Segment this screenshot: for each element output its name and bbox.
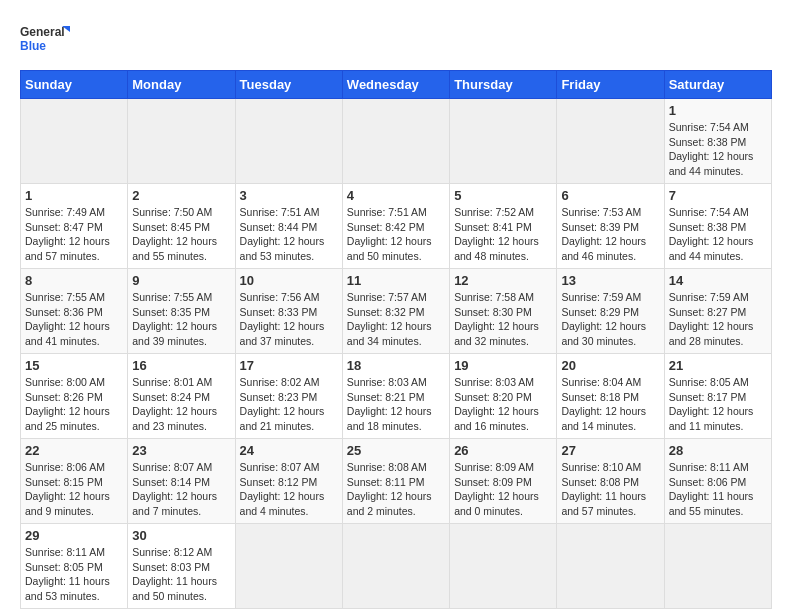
day-number: 29 — [25, 528, 123, 543]
logo: General Blue — [20, 20, 70, 60]
calendar-day-cell — [235, 524, 342, 609]
calendar-day-cell: 26Sunrise: 8:09 AMSunset: 8:09 PMDayligh… — [450, 439, 557, 524]
weekday-header: Monday — [128, 71, 235, 99]
calendar-table: SundayMondayTuesdayWednesdayThursdayFrid… — [20, 70, 772, 609]
calendar-day-cell — [450, 524, 557, 609]
day-info: Sunrise: 7:59 AMSunset: 8:27 PMDaylight:… — [669, 290, 767, 349]
day-number: 26 — [454, 443, 552, 458]
calendar-week-row: 22Sunrise: 8:06 AMSunset: 8:15 PMDayligh… — [21, 439, 772, 524]
day-info: Sunrise: 7:50 AMSunset: 8:45 PMDaylight:… — [132, 205, 230, 264]
calendar-day-cell: 29Sunrise: 8:11 AMSunset: 8:05 PMDayligh… — [21, 524, 128, 609]
day-number: 30 — [132, 528, 230, 543]
calendar-day-cell: 3Sunrise: 7:51 AMSunset: 8:44 PMDaylight… — [235, 184, 342, 269]
day-number: 25 — [347, 443, 445, 458]
calendar-day-cell — [342, 99, 449, 184]
weekday-header: Friday — [557, 71, 664, 99]
calendar-day-cell: 4Sunrise: 7:51 AMSunset: 8:42 PMDaylight… — [342, 184, 449, 269]
calendar-day-cell — [664, 524, 771, 609]
calendar-day-cell: 15Sunrise: 8:00 AMSunset: 8:26 PMDayligh… — [21, 354, 128, 439]
day-number: 9 — [132, 273, 230, 288]
day-number: 19 — [454, 358, 552, 373]
day-info: Sunrise: 7:54 AMSunset: 8:38 PMDaylight:… — [669, 120, 767, 179]
calendar-day-cell: 6Sunrise: 7:53 AMSunset: 8:39 PMDaylight… — [557, 184, 664, 269]
day-info: Sunrise: 7:59 AMSunset: 8:29 PMDaylight:… — [561, 290, 659, 349]
calendar-day-cell: 7Sunrise: 7:54 AMSunset: 8:38 PMDaylight… — [664, 184, 771, 269]
svg-text:Blue: Blue — [20, 39, 46, 53]
calendar-day-cell: 22Sunrise: 8:06 AMSunset: 8:15 PMDayligh… — [21, 439, 128, 524]
day-info: Sunrise: 8:09 AMSunset: 8:09 PMDaylight:… — [454, 460, 552, 519]
calendar-day-cell: 24Sunrise: 8:07 AMSunset: 8:12 PMDayligh… — [235, 439, 342, 524]
day-number: 4 — [347, 188, 445, 203]
calendar-week-row: 1Sunrise: 7:54 AMSunset: 8:38 PMDaylight… — [21, 99, 772, 184]
day-number: 27 — [561, 443, 659, 458]
calendar-day-cell — [128, 99, 235, 184]
calendar-day-cell: 23Sunrise: 8:07 AMSunset: 8:14 PMDayligh… — [128, 439, 235, 524]
day-number: 6 — [561, 188, 659, 203]
calendar-week-row: 8Sunrise: 7:55 AMSunset: 8:36 PMDaylight… — [21, 269, 772, 354]
calendar-day-cell — [21, 99, 128, 184]
svg-text:General: General — [20, 25, 65, 39]
day-number: 18 — [347, 358, 445, 373]
day-info: Sunrise: 8:04 AMSunset: 8:18 PMDaylight:… — [561, 375, 659, 434]
calendar-day-cell: 5Sunrise: 7:52 AMSunset: 8:41 PMDaylight… — [450, 184, 557, 269]
calendar-day-cell — [450, 99, 557, 184]
calendar-day-cell — [342, 524, 449, 609]
calendar-day-cell: 8Sunrise: 7:55 AMSunset: 8:36 PMDaylight… — [21, 269, 128, 354]
calendar-day-cell: 13Sunrise: 7:59 AMSunset: 8:29 PMDayligh… — [557, 269, 664, 354]
day-number: 1 — [669, 103, 767, 118]
day-info: Sunrise: 7:53 AMSunset: 8:39 PMDaylight:… — [561, 205, 659, 264]
day-info: Sunrise: 7:51 AMSunset: 8:44 PMDaylight:… — [240, 205, 338, 264]
calendar-day-cell: 19Sunrise: 8:03 AMSunset: 8:20 PMDayligh… — [450, 354, 557, 439]
day-info: Sunrise: 7:55 AMSunset: 8:35 PMDaylight:… — [132, 290, 230, 349]
day-info: Sunrise: 7:51 AMSunset: 8:42 PMDaylight:… — [347, 205, 445, 264]
calendar-day-cell — [557, 524, 664, 609]
calendar-header-row: SundayMondayTuesdayWednesdayThursdayFrid… — [21, 71, 772, 99]
day-number: 23 — [132, 443, 230, 458]
day-info: Sunrise: 7:57 AMSunset: 8:32 PMDaylight:… — [347, 290, 445, 349]
calendar-day-cell: 1Sunrise: 7:49 AMSunset: 8:47 PMDaylight… — [21, 184, 128, 269]
day-info: Sunrise: 8:02 AMSunset: 8:23 PMDaylight:… — [240, 375, 338, 434]
day-info: Sunrise: 7:54 AMSunset: 8:38 PMDaylight:… — [669, 205, 767, 264]
day-number: 10 — [240, 273, 338, 288]
day-info: Sunrise: 7:49 AMSunset: 8:47 PMDaylight:… — [25, 205, 123, 264]
day-info: Sunrise: 7:52 AMSunset: 8:41 PMDaylight:… — [454, 205, 552, 264]
day-number: 2 — [132, 188, 230, 203]
calendar-day-cell: 17Sunrise: 8:02 AMSunset: 8:23 PMDayligh… — [235, 354, 342, 439]
day-info: Sunrise: 8:07 AMSunset: 8:14 PMDaylight:… — [132, 460, 230, 519]
calendar-body: 1Sunrise: 7:54 AMSunset: 8:38 PMDaylight… — [21, 99, 772, 609]
weekday-header: Thursday — [450, 71, 557, 99]
calendar-day-cell: 20Sunrise: 8:04 AMSunset: 8:18 PMDayligh… — [557, 354, 664, 439]
day-info: Sunrise: 8:01 AMSunset: 8:24 PMDaylight:… — [132, 375, 230, 434]
day-info: Sunrise: 8:07 AMSunset: 8:12 PMDaylight:… — [240, 460, 338, 519]
weekday-header: Sunday — [21, 71, 128, 99]
logo-svg: General Blue — [20, 20, 70, 60]
calendar-day-cell — [557, 99, 664, 184]
day-info: Sunrise: 7:58 AMSunset: 8:30 PMDaylight:… — [454, 290, 552, 349]
calendar-day-cell: 2Sunrise: 7:50 AMSunset: 8:45 PMDaylight… — [128, 184, 235, 269]
calendar-day-cell: 14Sunrise: 7:59 AMSunset: 8:27 PMDayligh… — [664, 269, 771, 354]
calendar-week-row: 1Sunrise: 7:49 AMSunset: 8:47 PMDaylight… — [21, 184, 772, 269]
calendar-day-cell: 30Sunrise: 8:12 AMSunset: 8:03 PMDayligh… — [128, 524, 235, 609]
weekday-header: Wednesday — [342, 71, 449, 99]
calendar-day-cell: 27Sunrise: 8:10 AMSunset: 8:08 PMDayligh… — [557, 439, 664, 524]
page-header: General Blue — [20, 20, 772, 60]
day-info: Sunrise: 8:10 AMSunset: 8:08 PMDaylight:… — [561, 460, 659, 519]
day-number: 24 — [240, 443, 338, 458]
day-info: Sunrise: 8:12 AMSunset: 8:03 PMDaylight:… — [132, 545, 230, 604]
day-number: 16 — [132, 358, 230, 373]
day-info: Sunrise: 8:00 AMSunset: 8:26 PMDaylight:… — [25, 375, 123, 434]
day-info: Sunrise: 8:03 AMSunset: 8:20 PMDaylight:… — [454, 375, 552, 434]
calendar-day-cell — [235, 99, 342, 184]
calendar-day-cell: 12Sunrise: 7:58 AMSunset: 8:30 PMDayligh… — [450, 269, 557, 354]
day-info: Sunrise: 8:03 AMSunset: 8:21 PMDaylight:… — [347, 375, 445, 434]
day-number: 7 — [669, 188, 767, 203]
day-info: Sunrise: 8:11 AMSunset: 8:06 PMDaylight:… — [669, 460, 767, 519]
day-number: 28 — [669, 443, 767, 458]
day-number: 3 — [240, 188, 338, 203]
calendar-day-cell: 28Sunrise: 8:11 AMSunset: 8:06 PMDayligh… — [664, 439, 771, 524]
day-number: 15 — [25, 358, 123, 373]
day-number: 21 — [669, 358, 767, 373]
day-number: 17 — [240, 358, 338, 373]
calendar-day-cell: 21Sunrise: 8:05 AMSunset: 8:17 PMDayligh… — [664, 354, 771, 439]
day-number: 12 — [454, 273, 552, 288]
